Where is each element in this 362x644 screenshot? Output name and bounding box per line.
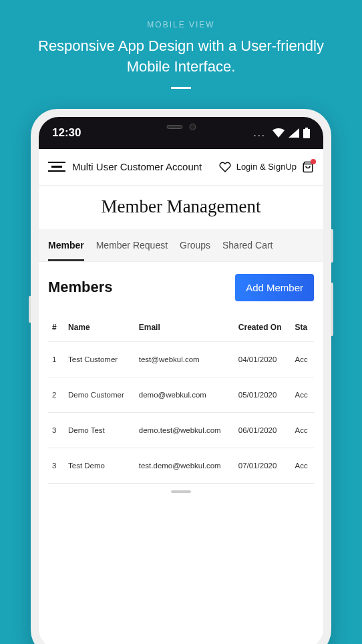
tab-member-request[interactable]: Member Request bbox=[96, 229, 168, 261]
table-row[interactable]: 3Test Demotest.demo@webkul.com07/01/2020… bbox=[48, 448, 314, 483]
tab-groups[interactable]: Groups bbox=[180, 229, 210, 261]
svg-rect-1 bbox=[305, 128, 308, 129]
promo-title: Responsive App Design with a User-friend… bbox=[0, 29, 362, 77]
page-title: Member Management bbox=[39, 186, 323, 229]
status-icons: ... bbox=[253, 127, 310, 138]
phone-screen: 12:30 ... Multi User Customer Acc bbox=[39, 117, 323, 644]
cell-email: test@webkul.com bbox=[135, 341, 234, 377]
table-row[interactable]: 1Test Customertest@webkul.com04/01/2020A… bbox=[48, 341, 314, 377]
tab-member[interactable]: Member bbox=[48, 229, 84, 261]
cell-name: Demo Customer bbox=[64, 377, 135, 412]
cell-created: 05/01/2020 bbox=[234, 377, 291, 412]
cell-email: test.demo@webkul.com bbox=[135, 448, 234, 483]
table-header-row: # Name Email Created On Sta bbox=[48, 313, 314, 342]
cell-status: Acc bbox=[291, 377, 314, 412]
cell-num: 3 bbox=[48, 412, 64, 448]
camera-icon bbox=[189, 124, 196, 130]
promo-label: MOBILE VIEW bbox=[0, 0, 362, 29]
col-status: Sta bbox=[291, 313, 314, 342]
tabs: Member Member Request Groups Shared Cart bbox=[39, 229, 323, 262]
phone-side-button bbox=[331, 283, 333, 336]
svg-rect-0 bbox=[303, 129, 310, 138]
col-num: # bbox=[48, 313, 64, 342]
tab-shared-cart[interactable]: Shared Cart bbox=[222, 229, 273, 261]
drag-handle-icon[interactable] bbox=[171, 490, 191, 493]
heart-icon[interactable] bbox=[219, 161, 231, 173]
table-row[interactable]: 2Demo Customerdemo@webkul.com05/01/2020A… bbox=[48, 377, 314, 412]
signal-icon bbox=[289, 128, 299, 138]
wifi-icon bbox=[273, 128, 285, 138]
bag-badge bbox=[311, 159, 316, 164]
cell-name: Test Customer bbox=[64, 341, 135, 377]
cell-num: 1 bbox=[48, 341, 64, 377]
cell-status: Acc bbox=[291, 341, 314, 377]
bag-icon[interactable] bbox=[302, 161, 314, 173]
cell-created: 04/01/2020 bbox=[234, 341, 291, 377]
cell-name: Demo Test bbox=[64, 412, 135, 448]
cell-num: 2 bbox=[48, 377, 64, 412]
phone-side-button bbox=[331, 229, 333, 263]
col-name: Name bbox=[64, 313, 135, 342]
members-table: # Name Email Created On Sta 1Test Custom… bbox=[39, 313, 323, 484]
add-member-button[interactable]: Add Member bbox=[235, 274, 314, 301]
col-email: Email bbox=[135, 313, 234, 342]
menu-icon[interactable] bbox=[48, 162, 65, 172]
cell-name: Test Demo bbox=[64, 448, 135, 483]
status-time: 12:30 bbox=[52, 126, 81, 140]
more-icon: ... bbox=[253, 127, 266, 138]
section-title: Members bbox=[48, 279, 113, 296]
cell-created: 06/01/2020 bbox=[234, 412, 291, 448]
phone-side-button bbox=[29, 296, 31, 323]
promo-underline bbox=[171, 87, 191, 89]
cell-email: demo@webkul.com bbox=[135, 377, 234, 412]
section-header: Members Add Member bbox=[39, 262, 323, 313]
table-row[interactable]: 3Demo Testdemo.test@webkul.com06/01/2020… bbox=[48, 412, 314, 448]
cell-created: 07/01/2020 bbox=[234, 448, 291, 483]
login-link[interactable]: Login & SignUp bbox=[236, 162, 297, 172]
battery-icon bbox=[303, 128, 310, 138]
cell-status: Acc bbox=[291, 448, 314, 483]
status-bar: 12:30 ... bbox=[39, 117, 323, 149]
phone-notch bbox=[126, 117, 236, 137]
cell-status: Acc bbox=[291, 412, 314, 448]
app-header: Multi User Customer Account Login & Sign… bbox=[39, 149, 323, 186]
cell-num: 3 bbox=[48, 448, 64, 483]
speaker-icon bbox=[166, 125, 182, 129]
phone-frame: 12:30 ... Multi User Customer Acc bbox=[31, 109, 331, 644]
cell-email: demo.test@webkul.com bbox=[135, 412, 234, 448]
col-created: Created On bbox=[234, 313, 291, 342]
app-title: Multi User Customer Account bbox=[72, 161, 212, 172]
